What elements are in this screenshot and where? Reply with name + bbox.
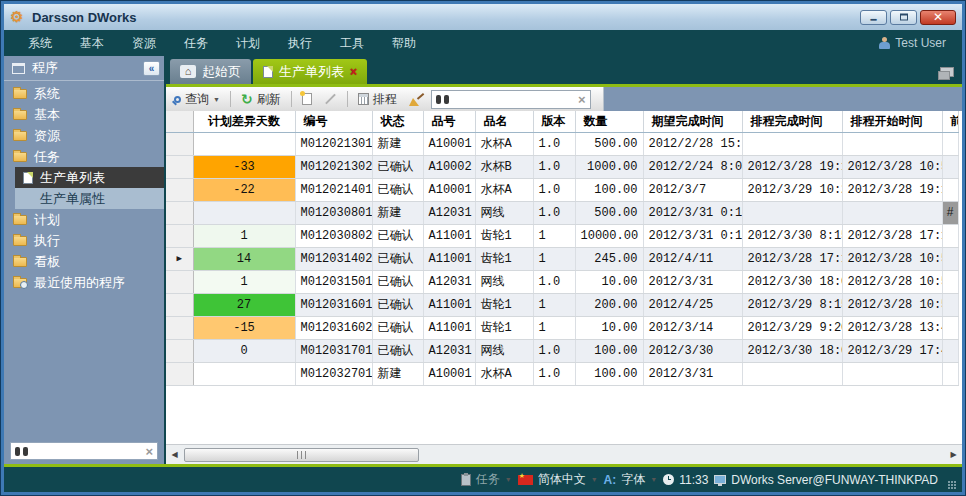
scroll-left-icon[interactable]: ◀ [168, 450, 181, 459]
sidebar-item-8[interactable]: 看板 [4, 251, 164, 272]
font-menu[interactable]: A: 字体 ▼ [604, 471, 658, 488]
resize-grip[interactable] [948, 481, 956, 489]
row-header-cell [166, 224, 193, 247]
column-header-7[interactable]: 期望完成时间 [643, 111, 742, 132]
scroll-right-icon[interactable]: ▶ [947, 450, 960, 459]
status-bar: 任务 ▼ 简体中文 ▼ A: 字体 ▼ 11:33 DWorks Server@… [4, 467, 962, 492]
cell-extra [942, 362, 958, 385]
table-row[interactable]: -22M012021401已确认A10001水杯A1.0100.002012/3… [166, 178, 958, 201]
cell-sched_end: 2012/3/29 10:20 [742, 178, 842, 201]
scrollbar-thumb[interactable] [184, 448, 419, 462]
table-row[interactable]: M012021301新建A10001水杯A1.0500.002012/2/28 … [166, 132, 958, 155]
sidebar-item-5[interactable]: 生产单属性 [15, 188, 164, 209]
cell-item_name: 网线 [475, 339, 533, 362]
sidebar-search-input[interactable] [28, 445, 145, 457]
column-header-3[interactable]: 品号 [423, 111, 475, 132]
new-document-icon [302, 93, 312, 105]
document-icon [263, 66, 273, 78]
menu-item-2[interactable]: 资源 [118, 31, 170, 56]
column-header-0[interactable]: 计划差异天数 [193, 111, 295, 132]
table-row[interactable]: -33M012021302已确认A10002水杯B1.01000.002012/… [166, 155, 958, 178]
cell-code: M012021301 [295, 132, 372, 155]
cell-item_name: 水杯A [475, 178, 533, 201]
restore-button[interactable] [890, 10, 917, 25]
table-row[interactable]: -15M012031602已确认A11001齿轮1110.002012/3/14… [166, 316, 958, 339]
table-row[interactable]: 27M012031601已确认A11001齿轮11200.002012/4/25… [166, 293, 958, 316]
sidebar-collapse-button[interactable]: « [143, 61, 160, 76]
refresh-button[interactable]: ↻ 刷新 [237, 89, 285, 110]
folder-icon [13, 110, 27, 120]
cell-status: 已确认 [372, 270, 423, 293]
tab-close-icon[interactable]: × [350, 66, 357, 78]
tab-production-order-list[interactable]: 生产单列表 × [253, 59, 367, 84]
cell-code: M012031501 [295, 270, 372, 293]
menu-item-6[interactable]: 工具 [326, 31, 378, 56]
tab-label: 起始页 [202, 63, 241, 81]
language-menu[interactable]: 简体中文 ▼ [518, 471, 598, 488]
clear-button[interactable] [405, 91, 427, 108]
cell-sched_start: 2012/3/29 17:46 [842, 339, 942, 362]
table-row[interactable]: ▶14M012031402已确认A11001齿轮11245.002012/4/1… [166, 247, 958, 270]
menu-item-7[interactable]: 帮助 [378, 31, 430, 56]
column-header-10[interactable]: 前 [942, 111, 958, 132]
table-row[interactable]: M012030801新建A12031网线1.0500.002012/3/31 0… [166, 201, 958, 224]
menu-item-3[interactable]: 任务 [170, 31, 222, 56]
close-button[interactable]: ✕ [920, 10, 956, 25]
programs-icon [12, 63, 25, 74]
restore-icon [900, 14, 908, 21]
column-header-6[interactable]: 数量 [575, 111, 643, 132]
table-row[interactable]: 1M012031501已确认A12031网线1.010.002012/3/312… [166, 270, 958, 293]
table-row[interactable]: 0M012031701已确认A12031网线1.0100.002012/3/30… [166, 339, 958, 362]
edit-button[interactable] [320, 96, 341, 102]
language-label: 简体中文 [538, 471, 586, 488]
task-menu[interactable]: 任务 ▼ [461, 471, 512, 488]
grid-header-row: 计划差异天数编号状态品号品名版本数量期望完成时间排程完成时间排程开始时间前 [166, 111, 958, 132]
task-label: 任务 [476, 471, 500, 488]
scrollbar-track[interactable] [181, 448, 947, 462]
menu-item-4[interactable]: 计划 [222, 31, 274, 56]
column-header-8[interactable]: 排程完成时间 [742, 111, 842, 132]
sidebar-item-2[interactable]: 资源 [4, 125, 164, 146]
grid-search-input[interactable] [453, 93, 574, 105]
schedule-button[interactable]: 排程 [354, 89, 401, 110]
new-button[interactable] [298, 91, 316, 107]
column-header-4[interactable]: 品名 [475, 111, 533, 132]
cell-expect: 2012/4/11 [643, 247, 742, 270]
row-header-cell [166, 132, 193, 155]
cell-item_name: 齿轮1 [475, 247, 533, 270]
table-row[interactable]: M012032701新建A10001水杯A1.0100.002012/3/31 [166, 362, 958, 385]
menu-item-5[interactable]: 执行 [274, 31, 326, 56]
sidebar-item-4[interactable]: 生产单列表 [15, 167, 164, 188]
query-button[interactable]: 查询 ▼ [170, 89, 224, 110]
sidebar-search-clear-icon[interactable]: × [145, 445, 153, 458]
column-header-5[interactable]: 版本 [533, 111, 575, 132]
search-icon [174, 96, 181, 103]
cell-version: 1.0 [533, 339, 575, 362]
sidebar-item-7[interactable]: 执行 [4, 230, 164, 251]
menu-item-1[interactable]: 基本 [66, 31, 118, 56]
doc-icon [23, 172, 33, 184]
tab-strip: ⌂ 起始页 生产单列表 × [166, 56, 962, 84]
cell-version: 1.0 [533, 155, 575, 178]
refresh-label: 刷新 [257, 91, 281, 108]
minimize-button[interactable]: ━ [860, 10, 887, 25]
cell-item_no: A10002 [423, 155, 475, 178]
schedule-label: 排程 [373, 91, 397, 108]
cell-extra [942, 247, 958, 270]
sidebar-item-6[interactable]: 计划 [4, 209, 164, 230]
sidebar-item-1[interactable]: 基本 [4, 104, 164, 125]
column-header-2[interactable]: 状态 [372, 111, 423, 132]
sidebar-item-9[interactable]: 最近使用的程序 [4, 272, 164, 293]
grid-search-clear-icon[interactable]: × [578, 93, 586, 106]
column-header-9[interactable]: 排程开始时间 [842, 111, 942, 132]
current-user[interactable]: Test User [879, 36, 952, 50]
cascade-windows-icon[interactable] [940, 67, 954, 77]
sidebar-item-0[interactable]: 系统 [4, 83, 164, 104]
menu-item-0[interactable]: 系统 [14, 31, 66, 56]
tab-start-page[interactable]: ⌂ 起始页 [170, 59, 251, 84]
sidebar-item-3[interactable]: 任务 [4, 146, 164, 167]
table-row[interactable]: 1M012030802已确认A11001齿轮1110000.002012/3/3… [166, 224, 958, 247]
column-header-1[interactable]: 编号 [295, 111, 372, 132]
sidebar-item-label: 执行 [34, 232, 60, 250]
row-header-cell [166, 201, 193, 224]
